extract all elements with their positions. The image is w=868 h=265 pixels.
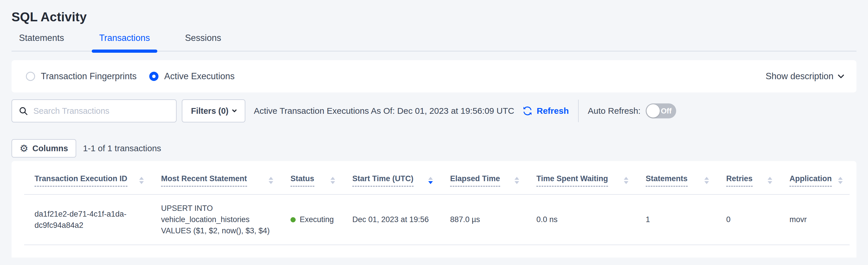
sort-icon[interactable] [331,177,335,184]
sort-icon[interactable] [139,177,144,184]
filter-bar: Filters (0) Active Transaction Execution… [11,99,857,123]
cell-time-spent-waiting: 0.0 ns [526,194,635,245]
cell-most-recent-statement: UPSERT INTO vehicle_location_histories V… [151,194,280,245]
auto-refresh-control: Auto Refresh: Off [588,103,676,118]
chevron-down-icon [838,72,844,79]
tab-bar: Statements Transactions Sessions [11,33,857,52]
filters-button[interactable]: Filters (0) [182,99,245,123]
transactions-table-card: Transaction Execution ID Most Recent Sta… [11,161,857,258]
column-header-application[interactable]: Application [779,161,849,194]
cell-elapsed-time: 887.0 µs [440,194,526,245]
cell-application: movr [779,194,849,245]
column-header-retries[interactable]: Retries [716,161,779,194]
tab-sessions[interactable]: Sessions [178,33,229,51]
search-icon [19,106,28,116]
show-description-button[interactable]: Show description [766,71,843,81]
column-header-most-recent-statement[interactable]: Most Recent Statement [151,161,280,194]
sort-icon-descending[interactable] [428,177,433,184]
page-title: SQL Activity [11,0,857,24]
radio-active-executions[interactable]: Active Executions [149,71,235,81]
view-mode-card: Transaction Fingerprints Active Executio… [11,60,857,92]
tab-statements[interactable]: Statements [11,33,72,51]
sort-icon[interactable] [838,177,843,184]
radio-circle-icon [26,72,35,81]
as-of-timestamp: Active Transaction Executions As Of: Dec… [254,106,514,116]
table-header-row: Transaction Execution ID Most Recent Sta… [24,161,849,194]
sort-icon[interactable] [624,177,628,184]
column-header-start-time[interactable]: Start Time (UTC) [342,161,440,194]
columns-button[interactable]: ⚙ Columns [11,139,76,158]
radio-circle-icon [149,72,158,81]
column-header-transaction-execution-id[interactable]: Transaction Execution ID [24,161,151,194]
refresh-icon [522,105,533,117]
tab-ink-bar [92,50,157,53]
cell-statements: 1 [635,194,716,245]
cell-transaction-execution-id: da1f21e2-de71-4c1f-a1da-dc9fc94a84a2 [24,194,151,245]
column-header-time-spent-waiting[interactable]: Time Spent Waiting [526,161,635,194]
table-toolbar: ⚙ Columns 1-1 of 1 transactions [11,139,857,158]
table-row: da1f21e2-de71-4c1f-a1da-dc9fc94a84a2 UPS… [24,194,849,245]
column-header-elapsed-time[interactable]: Elapsed Time [440,161,526,194]
sql-activity-page: SQL Activity Statements Transactions Ses… [0,0,868,265]
transactions-table: Transaction Execution ID Most Recent Sta… [24,161,849,245]
search-input[interactable] [33,106,170,116]
cell-start-time: Dec 01, 2023 at 19:56 [342,194,440,245]
gear-icon: ⚙ [20,142,28,154]
chevron-down-icon [232,108,237,113]
sort-icon[interactable] [515,177,519,184]
vertical-divider [578,100,579,122]
view-mode-radio-group: Transaction Fingerprints Active Executio… [26,71,247,81]
tab-transactions[interactable]: Transactions [92,33,157,51]
radio-transaction-fingerprints[interactable]: Transaction Fingerprints [26,71,136,81]
cell-retries: 0 [716,194,779,245]
cell-status: Executing [280,194,342,245]
auto-refresh-toggle[interactable]: Off [646,103,676,118]
search-box[interactable] [11,99,177,123]
toggle-knob [647,104,660,117]
result-count: 1-1 of 1 transactions [83,143,161,153]
sort-icon[interactable] [704,177,709,184]
sort-icon[interactable] [269,177,273,184]
sort-icon[interactable] [768,177,772,184]
column-header-status[interactable]: Status [280,161,342,194]
refresh-button[interactable]: Refresh [522,105,569,117]
column-header-statements[interactable]: Statements [635,161,716,194]
executing-status-icon [290,217,296,222]
